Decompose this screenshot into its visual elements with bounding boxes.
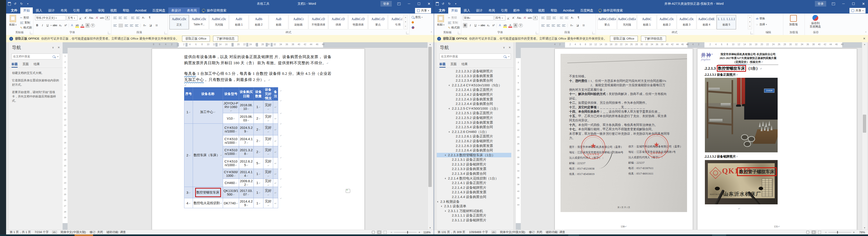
italic-button[interactable]: I (468, 23, 472, 28)
addin-orange-icon[interactable] (412, 21, 414, 24)
cell-note[interactable]: ↵ (273, 124, 278, 136)
save-icon[interactable] (436, 2, 439, 6)
cell-note[interactable]: ↵ (273, 146, 278, 157)
align-left-icon[interactable] (541, 24, 545, 27)
toc-item[interactable]: 2.2.1.2.4.4 设备购置合同 (437, 101, 511, 106)
bullets-icon[interactable] (114, 16, 117, 19)
heading-22131[interactable]: .2.2.1.3.1 设备正面照片↵ (704, 73, 738, 77)
tab-2[interactable]: 设计 (45, 7, 58, 13)
grow-font-button[interactable]: Aˆ (506, 16, 510, 20)
table-row[interactable]: 2数控车床（车床）CY-K510n/10002024.5.292完好↵ (184, 124, 278, 136)
cell-cond[interactable]: 完好 (264, 198, 273, 208)
borders-button[interactable]: ⊞ (582, 23, 586, 28)
cell-note[interactable]: ↵ (273, 198, 278, 208)
enclose-char-button[interactable]: 字 (91, 24, 95, 27)
cell-date[interactable]: 2009.8.22 (239, 179, 254, 187)
select-button[interactable]: ☞选择▾ (756, 23, 767, 26)
font-dialog-launcher[interactable] (536, 32, 538, 34)
table-row[interactable]: 4数控电火花线切割DK77402014.4.291完好↵ (184, 198, 278, 208)
cell-model[interactable]: CY-K510n/1000 (223, 157, 239, 169)
cell-date[interactable]: 2021.3.28 (239, 146, 254, 157)
tab-file[interactable]: 文件 (436, 7, 448, 13)
nav-tab-0[interactable]: 标题 (11, 62, 18, 67)
strikethrough-button[interactable]: abc (480, 23, 485, 28)
minimize-button[interactable] (838, 0, 848, 7)
zoom-slider[interactable]: −+ (825, 231, 855, 234)
web-layout-button[interactable] (817, 230, 823, 234)
font-color-button[interactable]: A (508, 23, 513, 28)
cell-model[interactable]: CY-K510n/1000 (223, 136, 239, 146)
cell-no[interactable]: 3 (184, 187, 193, 198)
style-标题 3[interactable]: AaBbCcDc标题 3 (677, 15, 696, 29)
clear-format-button[interactable]: A̸ (522, 16, 527, 20)
style-不明显强调[interactable]: AaBbCcD不明显强调 (309, 15, 328, 29)
scroll-down-icon[interactable]: ▼ (862, 226, 867, 230)
tab-10[interactable]: 百度网盘 (149, 7, 168, 13)
show-marks-button[interactable]: ¶ (576, 16, 581, 20)
tab-4[interactable]: 引用 (70, 7, 83, 13)
tab-6[interactable]: 审阅 (95, 7, 107, 13)
cell-note[interactable]: ↵ (273, 157, 278, 169)
equipment-table-grid[interactable]: 序号设备名称设备型号设备购买日期设备数量设备完好情况备注1加工中心JOYOU-P… (184, 87, 278, 208)
qat-customize-icon[interactable]: ▾ (454, 2, 458, 5)
shading-button[interactable]: ◪ (576, 23, 580, 28)
cell-no[interactable]: 4 (184, 198, 193, 208)
cell-cond[interactable]: 完好 (264, 157, 273, 169)
font-size-combo[interactable]: 四号▾ (495, 16, 505, 20)
style-无间隔[interactable]: AaBbCcDc无间隔 (209, 15, 229, 29)
cell-model[interactable]: JOYOU-PRV-1060 (223, 100, 239, 113)
expand-triangle-icon[interactable] (441, 205, 442, 207)
tell-me-search[interactable]: 操作说明搜索 (200, 7, 229, 13)
format-painter-button[interactable]: ✎格式刷 (448, 26, 460, 30)
cell-model[interactable]: CH460 (223, 179, 239, 187)
cell-date[interactable]: 2012.6.25 (239, 157, 254, 169)
toc-item[interactable]: 2.2.1.4.1 设备正面照片 (437, 181, 511, 185)
save-icon[interactable] (8, 2, 11, 6)
change-case-button[interactable]: Aa▾ (517, 16, 521, 20)
sort-button[interactable]: A↓ (142, 16, 146, 20)
cell-qty[interactable]: 1 (254, 100, 264, 113)
nav-tab-2[interactable]: 结果 (462, 62, 468, 67)
nav-tab-0[interactable]: 标题 (439, 62, 445, 67)
vertical-scrollbar[interactable]: ▲ ▼ (862, 42, 867, 230)
cell-name[interactable]: 数控电火花线切割 (193, 198, 223, 208)
vertical-ruler[interactable]: 1234567891011121314151617181920212223242… (63, 42, 67, 230)
style-标题 1[interactable]: AaBl标题 1 (229, 15, 249, 29)
expand-triangle-icon[interactable] (449, 85, 450, 86)
print-layout-button[interactable] (811, 230, 816, 234)
zoom-slider[interactable]: −+ (391, 231, 420, 234)
underline-button[interactable]: U (473, 23, 477, 28)
font-size-combo[interactable]: 五号▾ (67, 16, 78, 20)
nav-search-input[interactable] (12, 55, 53, 58)
toc-item[interactable]: 2.2.1.2.4.1 设备正面照片 (437, 87, 511, 92)
toc-item[interactable]: 2.2.1.2.5.1 设备正面照片 (437, 111, 511, 116)
taskbar-app-segment[interactable] (712, 234, 726, 236)
enclose-char-button[interactable]: 字 (519, 24, 523, 27)
paste-button[interactable]: 粘贴 ▾ (435, 15, 447, 27)
numbering-icon[interactable] (547, 16, 551, 20)
cell-date[interactable]: 2011.4.14 (239, 169, 254, 179)
nav-options-icon[interactable]: ∨ (52, 46, 54, 49)
read-mode-button[interactable] (371, 230, 376, 234)
phonetic-guide-button[interactable]: wén (528, 16, 532, 20)
toc-item[interactable]: 2.3.1.1.1 设备正面照片 (437, 213, 511, 218)
style-标题 2[interactable]: AaBb标题 2 (249, 15, 269, 29)
accessibility-indicator[interactable]: 辅助功能: 调查 (106, 230, 126, 234)
toc-item[interactable]: 2.2.1.2.4.2 设备铭牌照片 (437, 92, 511, 97)
title-bar[interactable]: ↺ ↻ ▾ 井神-A27大类油管扶正器-投标文件 - Word 登录 (434, 0, 868, 7)
tab-2[interactable]: 设计 (473, 7, 486, 13)
bold-button[interactable]: B (35, 23, 39, 28)
minimize-button[interactable] (404, 0, 414, 7)
share-button[interactable]: 共享▾ (415, 8, 431, 13)
language-indicator[interactable]: 简体中文(中国大陆) (500, 230, 525, 234)
justify-icon[interactable] (130, 24, 133, 27)
cell-qty[interactable]: 1 (254, 179, 264, 187)
cell-note[interactable]: ↵ (273, 113, 278, 124)
addins-button[interactable]: 加载项 (787, 15, 799, 26)
tab-0[interactable]: 开始 (20, 7, 33, 13)
shrink-font-button[interactable]: Aˇ (84, 16, 88, 20)
close-button[interactable] (424, 0, 434, 7)
track-changes-indicator[interactable]: 修订: 关闭 (529, 230, 542, 234)
taskbar-app-segment[interactable] (74, 234, 93, 236)
ribbon-display-options-button[interactable] (829, 0, 838, 7)
